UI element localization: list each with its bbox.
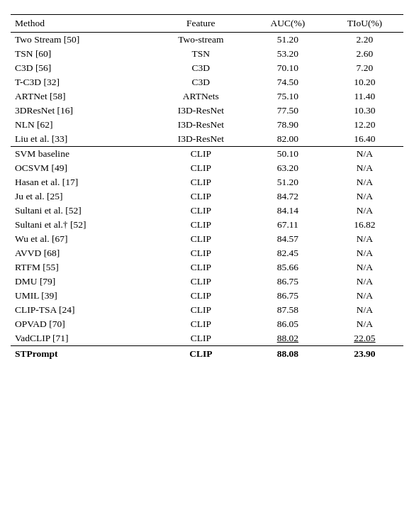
cell-auc: 50.10 [250, 147, 326, 162]
cell-method: UMIL [39] [11, 289, 152, 303]
cell-tiou: N/A [326, 189, 403, 204]
cell-tiou: 2.60 [326, 47, 403, 61]
table-row: OCSVM [49]CLIP63.20N/A [11, 161, 403, 175]
cell-feature: CLIP [152, 175, 250, 189]
cell-auc: 84.14 [250, 204, 326, 218]
cell-auc: 63.20 [250, 161, 326, 175]
col-tiou: TIoU(%) [326, 15, 403, 33]
cell-tiou: 2.20 [326, 33, 403, 48]
comparison-table: Method Feature AUC(%) TIoU(%) Two Stream… [11, 14, 403, 362]
table-row: SVM baselineCLIP50.10N/A [11, 147, 403, 162]
table-row: Two Stream [50]Two-stream51.202.20 [11, 33, 403, 48]
cell-auc: 86.05 [250, 317, 326, 331]
cell-auc: 77.50 [250, 104, 326, 118]
table-row: Wu et al. [67]CLIP84.57N/A [11, 232, 403, 246]
cell-auc: 82.45 [250, 246, 326, 260]
cell-feature: CLIP [152, 147, 250, 162]
cell-feature: C3D [152, 61, 250, 75]
cell-auc: 86.75 [250, 289, 326, 303]
cell-tiou: 7.20 [326, 61, 403, 75]
cell-auc: 88.02 [250, 331, 326, 346]
cell-method: OPVAD [70] [11, 317, 152, 331]
cell-feature: CLIP [152, 232, 250, 246]
cell-method: CLIP-TSA [24] [11, 303, 152, 317]
cell-feature: CLIP [152, 204, 250, 218]
cell-feature: CLIP [152, 189, 250, 204]
table-row: Liu et al. [33]I3D-ResNet82.0016.40 [11, 132, 403, 147]
footer-method: STPrompt [11, 346, 152, 362]
cell-auc: 51.20 [250, 33, 326, 48]
table-row: Sultani et al.† [52]CLIP67.1116.82 [11, 218, 403, 232]
cell-feature: CLIP [152, 275, 250, 289]
cell-tiou: 10.30 [326, 104, 403, 118]
cell-auc: 84.57 [250, 232, 326, 246]
cell-method: Sultani et al. [52] [11, 204, 152, 218]
cell-method: AVVD [68] [11, 246, 152, 260]
cell-feature: Two-stream [152, 33, 250, 48]
cell-method: VadCLIP [71] [11, 331, 152, 346]
cell-tiou: 12.20 [326, 118, 403, 132]
cell-method: TSN [60] [11, 47, 152, 61]
cell-method: Hasan et al. [17] [11, 175, 152, 189]
cell-tiou: N/A [326, 260, 403, 275]
cell-method: Liu et al. [33] [11, 132, 152, 147]
footer-tiou: 23.90 [326, 346, 403, 362]
cell-feature: CLIP [152, 218, 250, 232]
cell-feature: CLIP [152, 303, 250, 317]
table-row: Sultani et al. [52]CLIP84.14N/A [11, 204, 403, 218]
table-row: CLIP-TSA [24]CLIP87.58N/A [11, 303, 403, 317]
footer-feature: CLIP [152, 346, 250, 362]
cell-method: C3D [56] [11, 61, 152, 75]
table-row: OPVAD [70]CLIP86.05N/A [11, 317, 403, 331]
cell-tiou: N/A [326, 246, 403, 260]
cell-feature: ARTNets [152, 89, 250, 104]
table-row: C3D [56]C3D70.107.20 [11, 61, 403, 75]
cell-auc: 86.75 [250, 275, 326, 289]
table-row: TSN [60]TSN53.202.60 [11, 47, 403, 61]
cell-feature: TSN [152, 47, 250, 61]
cell-method: DMU [79] [11, 275, 152, 289]
cell-tiou: N/A [326, 175, 403, 189]
cell-feature: CLIP [152, 331, 250, 346]
cell-method: Ju et al. [25] [11, 189, 152, 204]
cell-feature: CLIP [152, 289, 250, 303]
cell-tiou: N/A [326, 303, 403, 317]
cell-method: T-C3D [32] [11, 75, 152, 89]
cell-feature: CLIP [152, 246, 250, 260]
col-method: Method [11, 15, 152, 33]
cell-tiou: N/A [326, 161, 403, 175]
cell-tiou: N/A [326, 232, 403, 246]
footer-row: STPrompt CLIP 88.08 23.90 [11, 346, 403, 362]
cell-feature: I3D-ResNet [152, 132, 250, 147]
cell-tiou: 10.20 [326, 75, 403, 89]
cell-method: SVM baseline [11, 147, 152, 162]
cell-tiou: 11.40 [326, 89, 403, 104]
table-row: 3DResNet [16]I3D-ResNet77.5010.30 [11, 104, 403, 118]
cell-method: Wu et al. [67] [11, 232, 152, 246]
table-row: AVVD [68]CLIP82.45N/A [11, 246, 403, 260]
cell-tiou: 16.40 [326, 132, 403, 147]
cell-auc: 74.50 [250, 75, 326, 89]
col-auc: AUC(%) [250, 15, 326, 33]
table-row: Hasan et al. [17]CLIP51.20N/A [11, 175, 403, 189]
table-row: DMU [79]CLIP86.75N/A [11, 275, 403, 289]
cell-tiou: 22.05 [326, 331, 403, 346]
cell-auc: 85.66 [250, 260, 326, 275]
cell-feature: I3D-ResNet [152, 104, 250, 118]
footer-auc: 88.08 [250, 346, 326, 362]
cell-auc: 78.90 [250, 118, 326, 132]
table-row: VadCLIP [71]CLIP88.0222.05 [11, 331, 403, 346]
cell-method: 3DResNet [16] [11, 104, 152, 118]
cell-auc: 67.11 [250, 218, 326, 232]
table-row: RTFM [55]CLIP85.66N/A [11, 260, 403, 275]
cell-feature: CLIP [152, 161, 250, 175]
cell-method: Two Stream [50] [11, 33, 152, 48]
cell-auc: 75.10 [250, 89, 326, 104]
table-row: UMIL [39]CLIP86.75N/A [11, 289, 403, 303]
table-row: NLN [62]I3D-ResNet78.9012.20 [11, 118, 403, 132]
cell-tiou: N/A [326, 275, 403, 289]
cell-feature: C3D [152, 75, 250, 89]
cell-feature: CLIP [152, 317, 250, 331]
cell-method: NLN [62] [11, 118, 152, 132]
cell-auc: 70.10 [250, 61, 326, 75]
